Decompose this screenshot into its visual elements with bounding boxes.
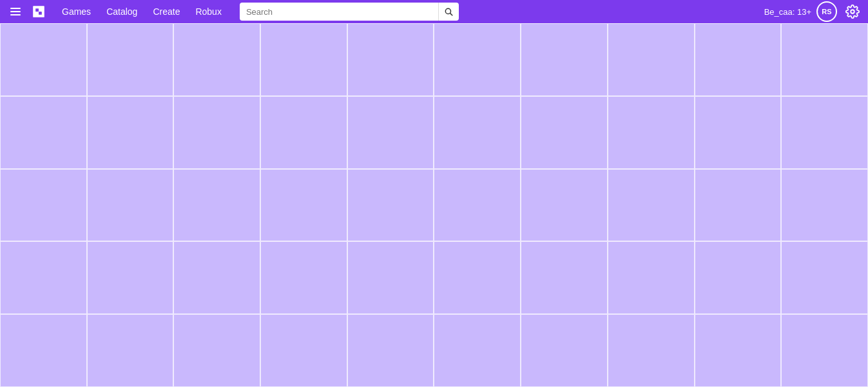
svg-rect-2 xyxy=(39,12,42,15)
grid-cell xyxy=(260,314,347,387)
grid-cell xyxy=(521,96,608,169)
grid-cell xyxy=(0,23,87,96)
svg-rect-0 xyxy=(33,6,44,17)
grid-cell xyxy=(781,96,868,169)
nav-links: Games Catalog Create Robux xyxy=(54,3,229,21)
roblox-logo[interactable] xyxy=(28,1,49,22)
grid-cell xyxy=(434,169,521,242)
grid-cell xyxy=(608,96,695,169)
grid-cell xyxy=(0,241,87,314)
grid-cell xyxy=(260,96,347,169)
grid-cell xyxy=(87,23,174,96)
gear-icon xyxy=(845,5,860,19)
search-icon xyxy=(444,7,453,16)
grid-cell xyxy=(0,169,87,242)
grid-cell xyxy=(347,314,434,387)
grid-cell xyxy=(608,241,695,314)
grid-cell xyxy=(87,96,174,169)
grid-cell xyxy=(608,314,695,387)
grid-cell xyxy=(521,169,608,242)
grid-cell xyxy=(695,96,782,169)
hamburger-icon xyxy=(10,8,21,15)
grid-cell xyxy=(173,96,260,169)
navbar: Games Catalog Create Robux Be_сaa: 13+ R… xyxy=(0,0,868,23)
search-button[interactable] xyxy=(438,3,459,21)
grid-cell xyxy=(781,23,868,96)
grid-cell xyxy=(347,96,434,169)
nav-create-link[interactable]: Create xyxy=(145,3,188,21)
grid-cell xyxy=(347,169,434,242)
grid-cell xyxy=(173,169,260,242)
settings-button[interactable] xyxy=(842,1,863,22)
roblox-logo-icon xyxy=(32,5,46,19)
search-container xyxy=(240,3,459,21)
grid-cell xyxy=(521,241,608,314)
user-label: Be_сaa: 13+ xyxy=(764,7,811,17)
nav-catalog-link[interactable]: Catalog xyxy=(99,3,145,21)
svg-rect-1 xyxy=(35,8,39,12)
svg-line-4 xyxy=(450,14,452,15)
nav-games-link[interactable]: Games xyxy=(54,3,99,21)
grid-cell xyxy=(87,314,174,387)
grid-cell xyxy=(434,241,521,314)
grid-cell xyxy=(521,23,608,96)
grid-cell xyxy=(173,241,260,314)
svg-point-5 xyxy=(851,10,854,14)
grid-cell xyxy=(87,169,174,242)
grid-cell xyxy=(260,169,347,242)
grid-cell xyxy=(434,23,521,96)
grid-cell xyxy=(173,314,260,387)
grid-cell xyxy=(260,241,347,314)
grid-cell xyxy=(781,241,868,314)
grid-cell xyxy=(260,23,347,96)
robux-button[interactable]: RS xyxy=(816,1,837,22)
grid-cell xyxy=(521,314,608,387)
hamburger-menu-button[interactable] xyxy=(5,1,26,22)
content-grid xyxy=(0,23,868,387)
grid-cell xyxy=(0,314,87,387)
grid-cell xyxy=(87,241,174,314)
grid-cell xyxy=(695,314,782,387)
grid-cell xyxy=(695,169,782,242)
nav-right: Be_сaa: 13+ RS xyxy=(764,1,863,22)
robux-symbol: RS xyxy=(822,8,831,15)
grid-cell xyxy=(434,96,521,169)
grid-cell xyxy=(781,169,868,242)
grid-cell xyxy=(695,23,782,96)
grid-cell xyxy=(608,23,695,96)
grid-cell xyxy=(781,314,868,387)
grid-cell xyxy=(347,23,434,96)
search-input[interactable] xyxy=(240,3,438,21)
grid-cell xyxy=(0,96,87,169)
nav-robux-link[interactable]: Robux xyxy=(188,3,229,21)
grid-cell xyxy=(347,241,434,314)
grid-cell xyxy=(608,169,695,242)
grid-cell xyxy=(173,23,260,96)
grid-cell xyxy=(434,314,521,387)
grid-cell xyxy=(695,241,782,314)
